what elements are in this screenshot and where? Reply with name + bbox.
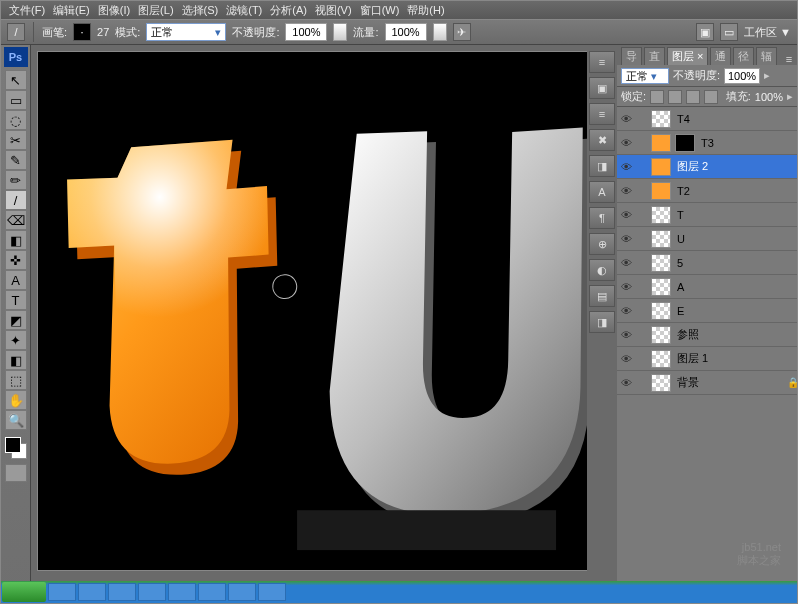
taskbar-item[interactable]: [138, 583, 166, 601]
layer-row[interactable]: 👁背景🔒: [617, 371, 797, 395]
chevron-right-icon[interactable]: ▸: [764, 69, 770, 82]
taskbar-item[interactable]: [48, 583, 76, 601]
menu-filter[interactable]: 滤镜(T): [222, 3, 266, 18]
layer-row[interactable]: 👁T3: [617, 131, 797, 155]
layer-row[interactable]: 👁T4: [617, 107, 797, 131]
tool-15[interactable]: ⬚: [5, 370, 27, 390]
taskbar-item[interactable]: [78, 583, 106, 601]
layer-row[interactable]: 👁图层 2: [617, 155, 797, 179]
brush-preset-picker[interactable]: ·: [73, 23, 91, 41]
layer-row[interactable]: 👁A: [617, 275, 797, 299]
layer-name[interactable]: A: [675, 281, 797, 293]
tool-11[interactable]: T: [5, 290, 27, 310]
tool-12[interactable]: ◩: [5, 310, 27, 330]
layer-thumbnail[interactable]: [651, 326, 671, 344]
tool-2[interactable]: ◌: [5, 110, 27, 130]
visibility-eye-icon[interactable]: 👁: [619, 256, 633, 270]
layer-name[interactable]: T4: [675, 113, 797, 125]
taskbar-item[interactable]: [108, 583, 136, 601]
flow-input[interactable]: 100%: [385, 23, 427, 41]
layer-name[interactable]: T: [675, 209, 797, 221]
fill-input[interactable]: 100%: [755, 91, 783, 103]
tool-8[interactable]: ◧: [5, 230, 27, 250]
dock-button-3[interactable]: ✖: [589, 129, 615, 151]
brush-tool-icon[interactable]: /: [7, 23, 25, 41]
menu-edit[interactable]: 编辑(E): [49, 3, 94, 18]
foreground-color-swatch[interactable]: [5, 437, 21, 453]
layer-thumbnail[interactable]: [651, 350, 671, 368]
menu-view[interactable]: 视图(V): [311, 3, 356, 18]
tab-extra[interactable]: 辐: [756, 47, 777, 65]
tab-histogram[interactable]: 直: [644, 47, 665, 65]
tool-7[interactable]: ⌫: [5, 210, 27, 230]
dock-button-7[interactable]: ⊕: [589, 233, 615, 255]
blend-mode-combo[interactable]: 正常▾: [146, 23, 226, 41]
tab-navigator[interactable]: 导: [621, 47, 642, 65]
visibility-eye-icon[interactable]: 👁: [619, 304, 633, 318]
tool-14[interactable]: ◧: [5, 350, 27, 370]
tab-paths[interactable]: 径: [733, 47, 754, 65]
taskbar-item[interactable]: [258, 583, 286, 601]
tool-13[interactable]: ✦: [5, 330, 27, 350]
layer-name[interactable]: E: [675, 305, 797, 317]
dock-button-10[interactable]: ◨: [589, 311, 615, 333]
chevron-right-icon[interactable]: ▸: [787, 90, 793, 103]
menu-window[interactable]: 窗口(W): [356, 3, 404, 18]
visibility-eye-icon[interactable]: 👁: [619, 184, 633, 198]
document-canvas[interactable]: [37, 51, 587, 571]
layer-thumbnail[interactable]: [651, 182, 671, 200]
lock-pixels-icon[interactable]: [668, 90, 682, 104]
tool-3[interactable]: ✂: [5, 130, 27, 150]
layer-thumbnail[interactable]: [651, 230, 671, 248]
layer-thumbnail[interactable]: [651, 302, 671, 320]
layer-thumbnail[interactable]: [651, 254, 671, 272]
layer-thumbnail[interactable]: [651, 278, 671, 296]
quickmask-icon[interactable]: [5, 464, 27, 482]
layer-row[interactable]: 👁E: [617, 299, 797, 323]
layer-mask-thumbnail[interactable]: [675, 134, 695, 152]
layer-row[interactable]: 👁U: [617, 227, 797, 251]
layer-name[interactable]: 图层 1: [675, 351, 797, 366]
dock-button-5[interactable]: A: [589, 181, 615, 203]
menu-help[interactable]: 帮助(H): [403, 3, 448, 18]
layer-thumbnail[interactable]: [651, 134, 671, 152]
menu-analysis[interactable]: 分析(A): [266, 3, 311, 18]
tool-1[interactable]: ▭: [5, 90, 27, 110]
flow-flyout-icon[interactable]: [433, 23, 447, 41]
dock-button-8[interactable]: ◐: [589, 259, 615, 281]
start-button[interactable]: [2, 582, 46, 602]
layer-row[interactable]: 👁T: [617, 203, 797, 227]
tool-4[interactable]: ✎: [5, 150, 27, 170]
dock-button-9[interactable]: ▤: [589, 285, 615, 307]
visibility-eye-icon[interactable]: 👁: [619, 160, 633, 174]
color-swatches[interactable]: [3, 435, 29, 461]
dock-button-1[interactable]: ▣: [589, 77, 615, 99]
layer-thumbnail[interactable]: [651, 374, 671, 392]
layer-name[interactable]: 参照: [675, 327, 797, 342]
dock-button-6[interactable]: ¶: [589, 207, 615, 229]
visibility-eye-icon[interactable]: 👁: [619, 232, 633, 246]
visibility-eye-icon[interactable]: 👁: [619, 280, 633, 294]
tool-16[interactable]: ✋: [5, 390, 27, 410]
visibility-eye-icon[interactable]: 👁: [619, 376, 633, 390]
tool-17[interactable]: 🔍: [5, 410, 27, 430]
layer-name[interactable]: U: [675, 233, 797, 245]
layer-opacity-input[interactable]: 100%: [724, 68, 760, 84]
dock-button-4[interactable]: ◨: [589, 155, 615, 177]
menu-image[interactable]: 图像(I): [94, 3, 134, 18]
layer-name[interactable]: 背景: [675, 375, 783, 390]
tool-5[interactable]: ✏: [5, 170, 27, 190]
menu-file[interactable]: 文件(F): [5, 3, 49, 18]
opacity-input[interactable]: 100%: [285, 23, 327, 41]
visibility-eye-icon[interactable]: 👁: [619, 208, 633, 222]
layer-row[interactable]: 👁T2: [617, 179, 797, 203]
dock-button-2[interactable]: ≡: [589, 103, 615, 125]
layer-name[interactable]: 图层 2: [675, 159, 797, 174]
opacity-flyout-icon[interactable]: [333, 23, 347, 41]
layer-row[interactable]: 👁图层 1: [617, 347, 797, 371]
taskbar-item[interactable]: [168, 583, 196, 601]
tool-6[interactable]: /: [5, 190, 27, 210]
taskbar-item[interactable]: [198, 583, 226, 601]
taskbar-item[interactable]: [228, 583, 256, 601]
layer-row[interactable]: 👁参照: [617, 323, 797, 347]
